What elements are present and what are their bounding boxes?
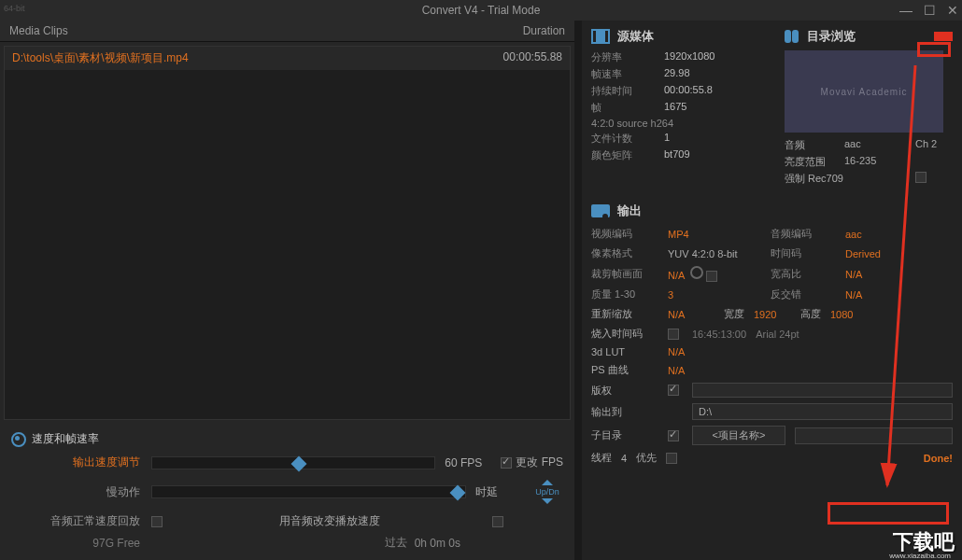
lut-value[interactable]: N/A [668, 346, 685, 357]
outdir-field[interactable]: D:\ [692, 403, 953, 420]
past-value: 0h 0m 0s [415, 537, 460, 550]
clip-duration: 00:00:55.88 [478, 50, 562, 66]
tc-label: 时间码 [771, 246, 836, 260]
audio-value: aac [844, 138, 912, 152]
updn-control: Up/Dn [531, 476, 563, 508]
subdir-checkbox[interactable] [668, 430, 679, 441]
priority-checkbox[interactable] [666, 453, 677, 464]
copyright-checkbox[interactable] [668, 385, 679, 396]
duration-label: 持续时间 [591, 84, 657, 98]
output-speed-label: 输出速度调节 [11, 455, 151, 470]
curve-label: PS 曲线 [591, 363, 658, 377]
convert-button[interactable] [795, 427, 953, 444]
sampling-value: 4:2:0 source h264 [591, 118, 673, 129]
subdir-label: 子目录 [591, 428, 658, 442]
right-panel: 源媒体 分辨率 1920x1080 帧速率 29.98 持续时间 00:00:5… [582, 21, 962, 560]
frames-label: 帧 [591, 101, 657, 115]
maximize-button[interactable]: ☐ [924, 3, 936, 18]
divider[interactable] [574, 21, 582, 560]
rescale-value[interactable]: N/A [668, 309, 714, 320]
browse-title: 目录浏览 [807, 28, 856, 45]
up-arrow[interactable] [542, 480, 553, 485]
force-checkbox[interactable] [915, 172, 927, 183]
copyright-label: 版权 [591, 384, 658, 398]
crop-radio[interactable] [690, 266, 703, 279]
thumbnail-text: Movavi Academic [821, 87, 908, 97]
copyright-field[interactable] [692, 383, 953, 398]
audio-speed-label: 用音频改变播放速度 [166, 513, 492, 529]
past-label: 过去 [385, 535, 407, 551]
pixfmt-label: 像素格式 [591, 246, 658, 260]
source-title: 源媒体 [617, 28, 654, 45]
aspect-label: 宽高比 [771, 267, 836, 281]
range-label: 亮度范围 [785, 155, 841, 169]
aspect-value[interactable]: N/A [845, 269, 929, 280]
height-label: 高度 [800, 307, 821, 321]
rescale-label: 重新缩放 [591, 307, 658, 321]
tc-value[interactable]: Derived [845, 248, 929, 259]
priority-label: 优先 [636, 451, 657, 465]
vcodec-label: 视频编码 [591, 227, 658, 241]
pixfmt-value: YUV 4:2:0 8-bit [668, 248, 761, 259]
window-title: Convert V4 - Trial Mode [422, 4, 541, 17]
speed-title: 速度和帧速率 [32, 431, 99, 447]
matrix-value: bt709 [664, 148, 775, 162]
thumbnail[interactable]: Movavi Academic [785, 50, 943, 133]
crop-checkbox[interactable] [706, 271, 717, 282]
speed-icon [11, 432, 26, 447]
change-fps-checkbox[interactable] [501, 457, 512, 469]
crop-value[interactable]: N/A [668, 270, 685, 281]
output-icon [591, 204, 610, 217]
acodec-value[interactable]: aac [845, 229, 929, 240]
audio-speed-checkbox[interactable] [492, 516, 503, 527]
slomo-slider[interactable] [151, 485, 466, 498]
interlace-label: 反交错 [771, 287, 836, 301]
resolution-label: 分辨率 [591, 50, 657, 64]
vcodec-value[interactable]: MP4 [668, 229, 761, 240]
files-value: 1 [664, 132, 775, 146]
done-status: Done! [924, 453, 953, 464]
burnin-checkbox[interactable] [668, 329, 679, 340]
output-title: 输出 [617, 203, 642, 219]
down-arrow[interactable] [542, 498, 553, 504]
bit-badge: 64-bit [4, 4, 25, 13]
playback-checkbox[interactable] [151, 516, 163, 527]
change-fps-label: 更改 FPS [516, 455, 563, 470]
minimize-button[interactable]: — [899, 3, 912, 18]
audio-label: 音频 [785, 138, 841, 152]
lut-label: 3d LUT [591, 346, 658, 357]
clip-row[interactable]: D:\tools\桌面\素材\视频\新项目.mp4 00:00:55.88 [5, 47, 570, 70]
record-badge[interactable] [934, 32, 953, 41]
burnin-time[interactable]: 16:45:13:00 [692, 329, 746, 340]
fps-value: 60 FPS [445, 456, 482, 469]
interlace-value[interactable]: N/A [845, 289, 929, 301]
matrix-label: 颜色矩阵 [591, 148, 657, 162]
storage-label: 97G Free [11, 537, 151, 550]
files-label: 文件计数 [591, 132, 657, 146]
range-value: 16-235 [844, 155, 953, 169]
clips-header-duration: Duration [481, 24, 565, 37]
close-button[interactable]: ✕ [947, 3, 958, 18]
window-controls: — ☐ ✕ [899, 3, 958, 18]
threads-value: 4 [621, 453, 627, 464]
height-value[interactable]: 1080 [830, 309, 853, 320]
source-fps-value: 29.98 [664, 67, 775, 81]
binoculars-icon [785, 30, 799, 43]
quality-value[interactable]: 3 [668, 289, 761, 301]
output-speed-slider[interactable] [151, 456, 435, 469]
duration-value: 00:00:55.8 [664, 84, 775, 98]
frames-value: 1675 [664, 101, 775, 115]
clips-list[interactable]: D:\tools\桌面\素材\视频\新项目.mp4 00:00:55.88 [4, 46, 571, 420]
acodec-label: 音频编码 [771, 227, 836, 241]
force-label: 强制 Rec709 [785, 172, 912, 186]
width-value[interactable]: 1920 [754, 309, 791, 320]
fps-label: 帧速率 [591, 67, 657, 81]
clip-path: D:\tools\桌面\素材\视频\新项目.mp4 [12, 50, 478, 66]
channels-value: Ch 2 [915, 138, 953, 152]
threads-label: 线程 [591, 451, 612, 465]
curve-value[interactable]: N/A [668, 365, 685, 376]
clips-header-name: Media Clips [9, 24, 481, 37]
subdir-field[interactable]: <项目名称> [692, 426, 785, 445]
burnin-font[interactable]: Arial 24pt [756, 329, 799, 340]
left-panel: Media Clips Duration D:\tools\桌面\素材\视频\新… [0, 21, 574, 560]
